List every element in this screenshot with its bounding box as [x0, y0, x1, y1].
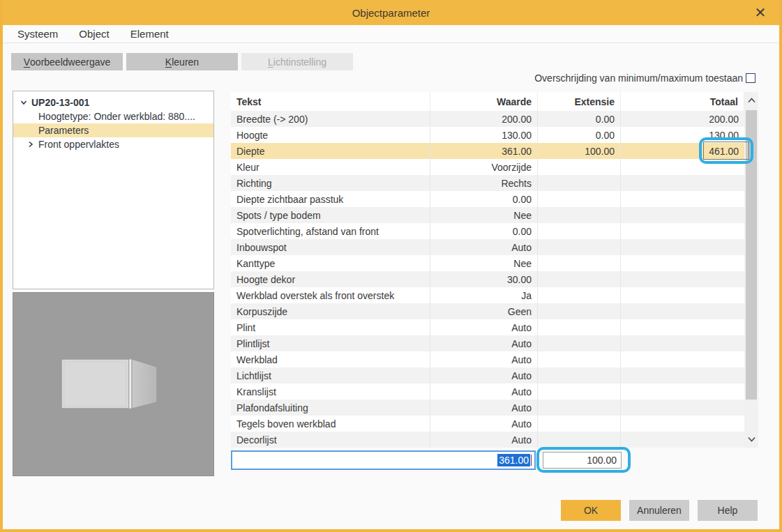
totaal-cell — [621, 400, 744, 416]
scrollbar-thumb[interactable] — [746, 110, 757, 400]
waarde-cell: Ja — [430, 287, 538, 303]
tekst-cell: Plafondafsluiting — [231, 400, 430, 416]
extensie-cell — [538, 335, 621, 351]
extensie-cell — [538, 367, 621, 383]
table-row[interactable]: Diepte zichtbaar passtuk0.00 — [231, 191, 744, 207]
totaal-cell: 200.00 — [621, 111, 744, 127]
extensie-cell — [538, 255, 621, 271]
table-row[interactable]: InbouwspotAuto — [231, 239, 744, 255]
table-row[interactable]: PlintAuto — [231, 319, 744, 335]
waarde-cell: Auto — [430, 400, 538, 416]
waarde-cell: Auto — [430, 239, 538, 255]
text-caret — [531, 455, 532, 466]
waarde-cell: Geen — [430, 303, 538, 319]
tab-voorbeeldweergave[interactable]: Voorbeeldweergave — [11, 53, 123, 70]
menu-item-object[interactable]: Object — [79, 28, 109, 40]
table-row[interactable]: Spotverlichting, afstand van front0.00 — [231, 223, 744, 239]
extensie-cell — [538, 351, 621, 367]
totaal-cell — [621, 351, 744, 367]
tree-item-parameters[interactable]: Parameters — [13, 123, 213, 137]
table-row[interactable]: Spots / type bodemNee — [231, 207, 744, 223]
help-button[interactable]: Help — [698, 500, 758, 521]
table-row[interactable]: Diepte361.00100.00461.00 — [231, 143, 744, 159]
waarde-cell: Auto — [430, 351, 538, 367]
close-icon[interactable]: ✕ — [751, 3, 769, 22]
tekst-cell: Decorlijst — [231, 432, 430, 448]
preview-3d-viewport[interactable] — [13, 292, 214, 476]
extensie-cell — [538, 383, 621, 400]
totaal-cell — [621, 335, 744, 351]
tab-kleuren[interactable]: Kleuren — [126, 53, 238, 70]
cabinet-preview-render — [13, 293, 213, 476]
tree-item-label: Parameters — [38, 125, 89, 136]
table-row[interactable]: Hoogte130.000.00130.00 — [231, 127, 744, 143]
table-row[interactable]: Hoogte dekor30.00 — [231, 271, 744, 287]
table-row[interactable]: KleurVoorzijde — [231, 159, 744, 175]
table-row[interactable]: KorpuszijdeGeen — [231, 303, 744, 319]
overflow-checkbox-label: Overschrijding van minimum/maximum toest… — [534, 73, 743, 84]
waarde-cell: 361.00 — [430, 143, 538, 159]
extensie-cell — [538, 191, 621, 207]
header-totaal[interactable]: Totaal — [621, 92, 744, 111]
ok-button[interactable]: OK — [561, 500, 621, 521]
table-row[interactable]: LichtlijstAuto — [231, 367, 744, 383]
header-waarde[interactable]: Waarde — [430, 92, 538, 111]
table-row[interactable]: RichtingRechts — [231, 175, 744, 191]
tekst-cell: Hoogte — [231, 127, 430, 143]
waarde-edit-input[interactable]: 361.00 — [231, 450, 536, 470]
menu-item-element[interactable]: Element — [130, 28, 169, 40]
waarde-cell: Auto — [430, 319, 538, 335]
table-row[interactable]: Breedte (-> 200)200.000.00200.00 — [231, 111, 744, 127]
totaal-cell: 130.00 — [621, 127, 744, 143]
extensie-cell — [538, 432, 621, 448]
tab-bar: VoorbeeldweergaveKleurenLichtinstelling — [11, 53, 353, 70]
parameter-table: Tekst Waarde Extensie Totaal Breedte (->… — [231, 92, 744, 448]
table-row[interactable]: DecorlijstAuto — [231, 432, 744, 448]
totaal-cell — [621, 255, 744, 271]
table-scrollbar[interactable] — [744, 92, 758, 448]
dialog-title: Objectparameter — [352, 7, 430, 19]
waarde-cell: Auto — [430, 367, 538, 383]
waarde-cell: Auto — [430, 335, 538, 351]
tekst-cell: Inbouwspot — [231, 239, 430, 255]
totaal-cell: 461.00 — [621, 143, 744, 159]
table-row[interactable]: Tegels boven werkbladAuto — [231, 416, 744, 432]
scroll-up-icon[interactable] — [744, 92, 758, 109]
header-tekst[interactable]: Tekst — [231, 92, 430, 111]
tree-item-label: Front oppervlaktes — [38, 139, 119, 150]
totaal-cell — [621, 191, 744, 207]
extensie-edit-input[interactable] — [543, 452, 622, 469]
table-row[interactable]: WerkbladAuto — [231, 351, 744, 367]
menu-item-systeem[interactable]: Systeem — [17, 28, 58, 40]
tree-item-front-oppervlaktes[interactable]: Front oppervlaktes — [13, 137, 213, 151]
tree-item-hoogtetype[interactable]: Hoogtetype: Onder werkblad: 880.... — [13, 109, 213, 123]
totaal-cell — [621, 383, 744, 400]
extensie-cell — [538, 175, 621, 191]
totaal-cell — [621, 207, 744, 223]
table-row[interactable]: Werkblad overstek als front overstekJa — [231, 287, 744, 303]
header-extensie[interactable]: Extensie — [538, 92, 621, 111]
overflow-checkbox[interactable] — [746, 73, 755, 83]
waarde-cell: Auto — [430, 432, 538, 448]
table-header-row: Tekst Waarde Extensie Totaal — [231, 92, 744, 111]
totaal-cell — [621, 271, 744, 287]
chevron-down-icon — [20, 99, 27, 106]
selected-text: 361.00 — [497, 454, 530, 466]
tree-root-item[interactable]: UP20-13-001 — [13, 96, 213, 109]
table-row[interactable]: KanttypeNee — [231, 255, 744, 271]
scroll-down-icon[interactable] — [744, 431, 758, 448]
extensie-cell: 0.00 — [538, 111, 621, 127]
extensie-cell — [538, 400, 621, 416]
waarde-cell: 30.00 — [430, 271, 538, 287]
tab-lichtinstelling: Lichtinstelling — [241, 53, 353, 70]
waarde-cell: Rechts — [430, 175, 538, 191]
table-row[interactable]: PlafondafsluitingAuto — [231, 400, 744, 416]
tekst-cell: Plintlijst — [231, 335, 430, 351]
tekst-cell: Kanttype — [231, 255, 430, 271]
table-row[interactable]: KranslijstAuto — [231, 383, 744, 400]
annuleren-button[interactable]: Annuleren — [629, 500, 689, 521]
extensie-cell — [538, 239, 621, 255]
totaal-cell — [621, 416, 744, 432]
extensie-cell — [538, 207, 621, 223]
table-row[interactable]: PlintlijstAuto — [231, 335, 744, 351]
